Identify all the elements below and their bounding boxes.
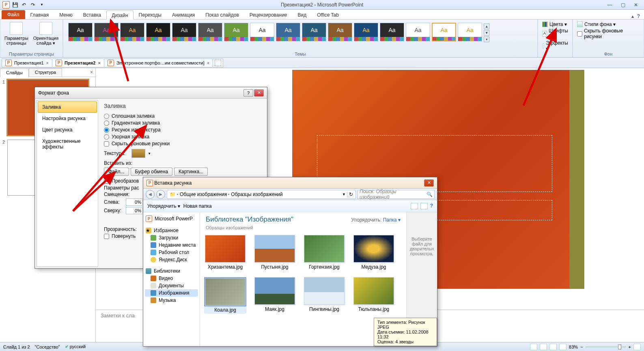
document-tab[interactable]: PЭлектронное портфо…им совместимости]× [104,58,213,67]
tab-officetab[interactable]: Office Tab [312,10,344,19]
side-recent[interactable]: Недавние места [145,241,198,249]
cat-artistic-effects[interactable]: Художественные эффекты [38,136,97,153]
dialog-close-button[interactable]: ✕ [254,89,264,97]
fit-window-icon[interactable] [633,344,641,350]
tab-insert[interactable]: Вставка [78,10,107,19]
ip-close-button[interactable]: ✕ [424,179,434,187]
theme-thumb[interactable]: Aa [68,23,93,41]
nav-close-icon[interactable]: × [88,68,95,77]
tab-slideshow[interactable]: Показ слайдов [200,10,244,19]
radio-pattern-fill[interactable]: Узорная заливка [104,134,261,140]
theme-thumb[interactable]: Aa [328,23,352,41]
file-thumbnail[interactable]: Гортензия.jpg [303,235,345,270]
theme-thumb[interactable]: Aa [146,23,170,41]
cat-fill[interactable]: Заливка [38,101,97,113]
file-thumbnail[interactable]: Тюльпаны.jpg [353,277,395,314]
page-setup-button[interactable]: Параметры страницы [3,21,30,47]
ip-help-icon[interactable]: ? [430,203,433,209]
side-yandex-disk[interactable]: Яндекс.Диск [145,256,198,263]
tab-transitions[interactable]: Переходы [134,10,167,19]
refresh-icon[interactable]: ↻ [347,192,353,197]
side-favorites[interactable]: ★Избранное [145,227,198,234]
insert-from-clipboard-button[interactable]: Буфер обмена [131,168,173,176]
themes-gallery[interactable]: AaAaAaAaAaAaAaAaAaAaAaAaAaAaAaAa▲▼▾ [66,21,535,44]
tab-close-icon[interactable]: × [46,60,49,65]
close-button[interactable]: ✕ [630,1,642,9]
theme-thumb[interactable]: Aa [302,23,326,41]
sort-dropdown[interactable]: Папка ▾ [383,217,401,223]
theme-thumb[interactable]: Aa [276,23,300,41]
redo-icon[interactable]: ↷ [29,1,37,9]
ribbon-minimize-icon[interactable]: ▴ [631,13,634,19]
themes-more[interactable]: ▾ [484,37,489,42]
tab-home[interactable]: Главная [25,10,54,19]
theme-thumb[interactable]: Aa [380,23,404,41]
theme-thumb[interactable]: Aa [224,23,248,41]
tab-view[interactable]: Вид [293,10,312,19]
theme-thumb[interactable]: Aa [172,23,196,41]
help-icon[interactable]: ? [637,13,640,19]
side-desktop[interactable]: Рабочий стол [145,249,198,256]
ip-titlebar[interactable]: P Вставка рисунка ✕ [143,177,437,189]
side-downloads[interactable]: Загрузки [145,234,198,241]
file-thumbnail[interactable]: Пустыня.jpg [254,235,296,270]
side-videos[interactable]: Видео [145,275,198,282]
side-powerpoint[interactable]: PMicrosoft PowerP [145,215,198,223]
tab-menu[interactable]: Меню [54,10,78,19]
themes-row-down[interactable]: ▼ [484,30,489,36]
qat-dropdown-icon[interactable]: ▼ [38,1,45,9]
ip-search-input[interactable]: Поиск: Образцы изображений🔍 [358,190,435,199]
zoom-in-icon[interactable]: + [629,345,631,349]
view-reading-icon[interactable] [549,344,557,350]
file-thumbnail[interactable]: Пингвины.jpg [303,277,345,314]
zoom-level[interactable]: 83% [569,345,578,349]
nav-forward-icon[interactable]: ▶ [156,190,165,199]
document-tab[interactable]: PПрезентация2× [52,58,104,67]
nav-tab-slides[interactable]: Слайды [0,69,29,77]
theme-thumb[interactable]: Aa [432,23,456,41]
document-tab[interactable]: PПрезентация1× [2,58,52,67]
undo-icon[interactable]: ↶ [20,1,28,9]
file-thumbnail[interactable]: Коала.jpg [204,277,246,314]
tab-design[interactable]: Дизайн [106,11,133,19]
nav-tab-outline[interactable]: Структура [29,68,62,77]
radio-picture-texture[interactable]: Рисунок или текстура [104,127,261,133]
file-thumbnail[interactable]: Маяк.jpg [254,277,296,314]
radio-gradient-fill[interactable]: Градиентная заливка [104,120,261,126]
dialog-help-icon[interactable]: ? [243,89,253,97]
file-thumbnail[interactable]: Медуза.jpg [353,235,395,270]
theme-thumb[interactable]: Aa [458,23,482,41]
nav-back-icon[interactable]: ◀ [146,190,155,199]
file-tab[interactable]: Файл [2,10,25,19]
view-slideshow-icon[interactable] [559,344,566,350]
slide-orientation-button[interactable]: Ориентация слайда ▾ [32,21,60,47]
theme-thumb[interactable]: Aa [198,23,222,41]
theme-thumb[interactable]: Aa [406,23,430,41]
breadcrumb[interactable]: 📁 ▸Общие изображения ▸Образцы изображени… [167,190,356,199]
theme-thumb[interactable]: Aa [94,23,118,41]
background-styles-button[interactable]: Стили фона ▾ [575,21,641,28]
radio-solid-fill[interactable]: Сплошная заливка [104,113,261,119]
check-hide-bg[interactable]: Скрыть фоновые рисунки [104,141,261,146]
theme-thumb[interactable]: Aa [250,23,274,41]
file-thumbnail[interactable]: Хризантема.jpg [204,235,246,270]
tab-review[interactable]: Рецензирование [244,10,293,19]
tab-close-icon[interactable]: × [98,60,100,65]
side-pictures[interactable]: Изображения [145,289,198,297]
cat-picture-color[interactable]: Цвет рисунка [38,124,97,136]
new-folder-button[interactable]: Новая папка [183,203,212,209]
new-tab-button[interactable] [213,58,223,67]
side-documents[interactable]: Документы [145,282,198,289]
fonts-button[interactable]: AШрифты ▾ [541,28,570,40]
insert-from-file-button[interactable]: Файл... [104,168,129,176]
view-mode-dropdown[interactable] [411,203,418,209]
zoom-out-icon[interactable]: − [580,345,583,349]
tab-close-icon[interactable]: × [207,60,209,65]
zoom-slider[interactable] [586,346,626,348]
preview-toggle[interactable] [420,203,428,209]
tab-animation[interactable]: Анимация [167,10,200,19]
maximize-button[interactable]: ▢ [617,1,629,9]
save-icon[interactable]: 💾 [11,1,19,9]
theme-thumb[interactable]: Aa [354,23,378,41]
status-lang[interactable]: ✔ русский [65,344,86,349]
